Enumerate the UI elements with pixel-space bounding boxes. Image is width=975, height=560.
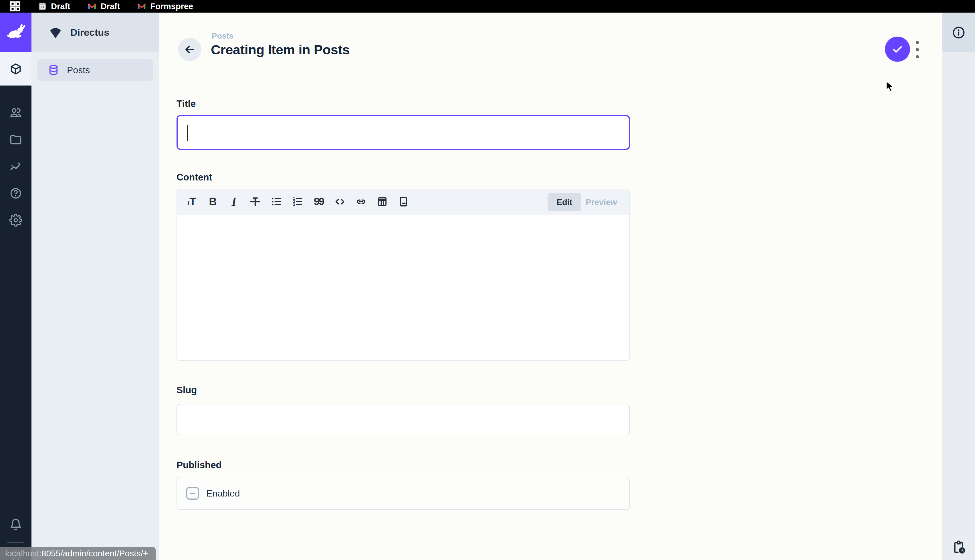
link-icon bbox=[355, 196, 367, 208]
browser-tabs: 31 Draft Draft bbox=[38, 2, 193, 11]
format-size-button[interactable]: tT bbox=[183, 193, 200, 210]
kebab-dot bbox=[916, 48, 919, 51]
edit-mode-button[interactable]: Edit bbox=[548, 193, 581, 212]
tab-draft-calendar[interactable]: 31 Draft bbox=[38, 2, 70, 11]
status-url-tooltip: localhost:8055/admin/content/Posts/+ bbox=[0, 547, 156, 560]
kebab-dot bbox=[916, 55, 919, 58]
format-size-icon: tT bbox=[187, 196, 196, 207]
database-icon bbox=[47, 64, 60, 76]
nav-sidebar: Directus Posts bbox=[32, 13, 159, 560]
folder-icon bbox=[9, 133, 22, 146]
cube-icon bbox=[9, 62, 22, 75]
directus-logo[interactable] bbox=[0, 13, 32, 52]
title-input[interactable] bbox=[177, 115, 630, 150]
gmail-icon bbox=[88, 2, 97, 11]
gmail-icon bbox=[137, 2, 146, 11]
sidebar-info-button[interactable] bbox=[942, 13, 975, 52]
calendar-icon: 31 bbox=[38, 2, 47, 11]
title-label: Title bbox=[177, 98, 196, 109]
editor-text-area[interactable] bbox=[177, 215, 630, 361]
svg-text:3: 3 bbox=[293, 203, 295, 207]
module-settings[interactable] bbox=[0, 205, 32, 236]
sidebar-item-label: Posts bbox=[67, 65, 90, 75]
published-label: Published bbox=[177, 460, 222, 470]
project-fan-icon bbox=[48, 26, 62, 40]
tab-draft-gmail[interactable]: Draft bbox=[88, 2, 120, 11]
published-field: Enabled bbox=[177, 477, 630, 510]
strikethrough-icon bbox=[249, 196, 261, 208]
insights-icon bbox=[9, 160, 22, 173]
table-button[interactable] bbox=[374, 193, 390, 210]
link-button[interactable] bbox=[353, 193, 369, 210]
numbered-list-button[interactable]: 1 2 3 bbox=[289, 193, 306, 210]
info-icon bbox=[952, 25, 966, 40]
project-name: Directus bbox=[70, 27, 109, 38]
editor-mode-tabs: Edit Preview bbox=[548, 193, 622, 212]
blockquote-button[interactable]: 99 bbox=[310, 193, 327, 210]
project-header[interactable]: Directus bbox=[32, 13, 159, 52]
slug-input[interactable] bbox=[177, 404, 630, 435]
code-button[interactable] bbox=[332, 193, 348, 210]
italic-icon: I bbox=[232, 196, 236, 208]
image-icon bbox=[397, 196, 409, 208]
text-caret bbox=[187, 125, 188, 141]
bell-icon bbox=[9, 518, 22, 531]
directus-rabbit-icon bbox=[4, 21, 28, 45]
tab-label: Formspree bbox=[150, 2, 193, 11]
app-grid-icon[interactable] bbox=[8, 2, 22, 11]
sidebar-item-posts[interactable]: Posts bbox=[37, 59, 153, 81]
save-button[interactable] bbox=[885, 37, 910, 62]
more-options-button[interactable] bbox=[913, 40, 921, 60]
tab-label: Draft bbox=[101, 2, 120, 11]
status-url-rest: 8055/admin/content/Posts/+ bbox=[42, 548, 148, 558]
svg-text:31: 31 bbox=[41, 5, 44, 8]
breadcrumb[interactable]: Posts bbox=[212, 32, 233, 41]
preview-mode-button[interactable]: Preview bbox=[581, 193, 622, 212]
browser-topbar: 31 Draft Draft bbox=[0, 0, 975, 13]
status-url-prefix: localhost: bbox=[5, 548, 42, 558]
enabled-checkbox[interactable] bbox=[186, 487, 199, 500]
code-icon bbox=[334, 196, 346, 208]
strikethrough-button[interactable] bbox=[247, 193, 263, 210]
revisions-clipboard-clock-icon bbox=[951, 539, 967, 555]
help-icon bbox=[9, 187, 22, 200]
kebab-dot bbox=[916, 41, 919, 44]
bold-icon: B bbox=[209, 196, 217, 207]
rich-text-editor: tT B I bbox=[177, 189, 630, 361]
indeterminate-minus-icon bbox=[190, 493, 195, 494]
image-button[interactable] bbox=[395, 193, 412, 210]
editor-toolbar: tT B I bbox=[177, 189, 630, 215]
bulleted-list-button[interactable] bbox=[268, 193, 285, 210]
content-label: Content bbox=[177, 172, 212, 183]
module-content[interactable] bbox=[0, 52, 32, 85]
tab-formspree[interactable]: Formspree bbox=[137, 2, 193, 11]
users-icon bbox=[9, 106, 22, 119]
table-icon bbox=[376, 196, 388, 208]
check-icon bbox=[891, 43, 904, 56]
gear-icon bbox=[9, 213, 22, 227]
notifications-button[interactable] bbox=[0, 509, 32, 540]
tab-label: Draft bbox=[51, 2, 70, 11]
screen: 31 Draft Draft bbox=[0, 0, 975, 560]
numbered-list-icon: 1 2 3 bbox=[292, 196, 303, 208]
module-bar bbox=[0, 13, 32, 560]
sidebar-revisions-button[interactable] bbox=[942, 539, 975, 555]
bold-button[interactable]: B bbox=[205, 193, 221, 210]
right-sidebar bbox=[942, 13, 975, 560]
blockquote-icon: 99 bbox=[314, 197, 323, 207]
italic-button[interactable]: I bbox=[226, 193, 242, 210]
bulleted-list-icon bbox=[270, 196, 282, 208]
mouse-cursor bbox=[886, 81, 896, 94]
page-title: Creating Item in Posts bbox=[211, 42, 350, 57]
arrow-left-icon bbox=[183, 43, 196, 56]
slug-label: Slug bbox=[177, 385, 197, 395]
back-button[interactable] bbox=[178, 38, 202, 61]
enabled-checkbox-label: Enabled bbox=[206, 488, 240, 499]
